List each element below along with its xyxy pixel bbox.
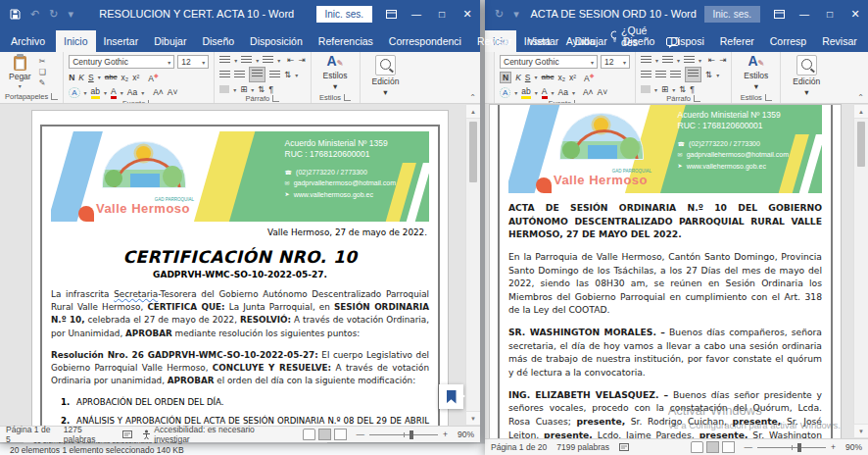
font-size-select[interactable]: 12▾ xyxy=(177,55,209,69)
redo-icon[interactable]: ↻ xyxy=(49,8,58,21)
scroll-down-icon[interactable]: ▼ xyxy=(465,411,480,426)
page-indicator[interactable]: Página 1 de 20 xyxy=(491,442,547,452)
sign-in-button[interactable]: Inic. ses. xyxy=(316,6,372,23)
underline-button[interactable]: S xyxy=(525,73,531,82)
chevron-down-icon[interactable]: ▾ xyxy=(514,89,517,96)
superscript-button[interactable]: x² xyxy=(569,73,576,82)
bullets-icon[interactable] xyxy=(219,56,230,64)
cert-paragraph[interactable]: La infrascrita Secretaria-Tesorera del G… xyxy=(51,288,429,340)
chevron-down-icon[interactable]: ▾ xyxy=(104,89,107,96)
chevron-down-icon[interactable]: ▾ xyxy=(572,89,575,96)
shading-icon[interactable] xyxy=(641,85,651,93)
highlight-button[interactable]: ab xyxy=(91,86,100,99)
qat-customize-icon[interactable]: ▾ xyxy=(68,8,73,21)
accessibility-status[interactable]: Accesibilidad: es necesario investigar xyxy=(142,425,283,444)
editing-group[interactable]: Edición ▾ xyxy=(361,52,411,103)
chevron-down-icon[interactable]: ▾ xyxy=(84,89,87,96)
font-color-button[interactable]: A xyxy=(542,86,548,99)
align-center-icon[interactable] xyxy=(655,71,666,78)
certification-title[interactable]: CERTIFICACIÓN NRO. 10 xyxy=(51,247,429,267)
chevron-down-icon[interactable]: ▾ xyxy=(141,89,144,96)
zoom-handle[interactable] xyxy=(410,430,413,439)
read-mode-icon[interactable] xyxy=(691,441,703,453)
superscript-button[interactable]: x² xyxy=(132,73,139,82)
sign-in-button[interactable]: Inic. ses. xyxy=(704,6,760,23)
styles-group-label[interactable]: Estilos xyxy=(316,91,355,103)
certification-code[interactable]: GADPRVH-WMC-SO-10-2022-05-27. xyxy=(51,270,429,279)
word-window-acta[interactable]: ↻ ▾ ACTA DE SESION ORD 10 - Word Inic. s… xyxy=(485,0,868,455)
pilcrow-icon[interactable]: ¶ xyxy=(268,84,273,94)
dialog-launcher-icon[interactable] xyxy=(344,94,351,101)
line-spacing-icon[interactable]: ⇅ xyxy=(705,70,712,79)
redo-icon[interactable]: ↻ xyxy=(495,8,504,21)
tab-revisar[interactable]: Revisar xyxy=(469,30,520,52)
paste-button[interactable]: Pegar ▾ xyxy=(5,55,35,90)
chevron-down-icon[interactable]: ▾ xyxy=(98,74,101,80)
align-right-icon[interactable] xyxy=(249,67,265,82)
justify-icon[interactable] xyxy=(685,67,701,82)
pilcrow-icon[interactable]: ¶ xyxy=(690,84,695,94)
increase-indent-icon[interactable]: ⇥ xyxy=(719,55,726,65)
scroll-down-icon[interactable]: ▼ xyxy=(853,424,868,438)
comments-icon[interactable] xyxy=(658,37,687,52)
underline-button[interactable]: S xyxy=(88,73,94,82)
font-name-select[interactable]: Century Gothic▾ xyxy=(500,55,598,69)
print-layout-icon[interactable] xyxy=(706,441,719,453)
zoom-slider[interactable]: — + xyxy=(357,430,448,439)
dialog-launcher-icon[interactable] xyxy=(694,95,700,102)
italic-button[interactable]: K xyxy=(515,73,521,82)
dialog-launcher-icon[interactable] xyxy=(765,94,772,101)
font-name-select[interactable]: Century Gothic▾ xyxy=(69,55,174,69)
increase-indent-icon[interactable]: ⇥ xyxy=(298,55,305,65)
clear-formatting-button[interactable]: A xyxy=(584,72,594,83)
clipboard-group[interactable]: Pegar ▾ ✂ ❏ ✎ Portapapeles xyxy=(0,52,64,103)
collapse-ribbon-icon[interactable]: ⌃ xyxy=(469,93,476,102)
acta-paragraph[interactable]: ING. ELIZABETH VELASQUEZ. – Buenos días … xyxy=(508,388,822,438)
bold-button[interactable]: N xyxy=(500,72,511,83)
zoom-out-icon[interactable]: — xyxy=(745,442,753,452)
tab-correspondencia[interactable]: Corresp xyxy=(762,30,814,52)
styles-group[interactable]: A✎ Estilos ▾ Estilos xyxy=(312,52,361,103)
dialog-launcher-icon[interactable] xyxy=(51,93,58,100)
zoom-handle[interactable] xyxy=(797,443,801,452)
paragraph-group[interactable]: ▾ ▾ ▾ ⇤ ⇥ ⇅▾ ▾ ⊞▾ ⇅ ¶ xyxy=(636,52,732,103)
list-item[interactable]: 2.ANÁLISIS Y APROBACIÓN DEL ACTA DE SESI… xyxy=(55,415,429,426)
tab-diseno[interactable]: Diseño xyxy=(194,30,242,52)
chevron-down-icon[interactable]: ▾ xyxy=(534,74,537,80)
strikethrough-button[interactable]: abc xyxy=(542,73,555,81)
title-bar[interactable]: ↻ ▾ ACTA DE SESION ORD 10 - Word Inic. s… xyxy=(485,0,868,27)
chevron-down-icon[interactable]: ▾ xyxy=(552,89,555,96)
maximize-button[interactable]: □ xyxy=(429,0,455,27)
view-switcher[interactable] xyxy=(691,441,735,453)
document-area[interactable]: Valle HermosoGAD PARROQUIAL Acuerdo Mini… xyxy=(0,104,480,426)
styles-group-label[interactable]: Estilos xyxy=(737,91,775,103)
decrease-indent-icon[interactable]: ⇤ xyxy=(708,55,715,65)
clipboard-group-label[interactable]: Portapapeles xyxy=(5,90,58,103)
editing-group[interactable]: Edición ▾ xyxy=(781,52,832,103)
save-icon[interactable] xyxy=(10,9,21,20)
borders-icon[interactable]: ⊞ xyxy=(240,84,247,94)
collapse-ribbon-icon[interactable]: ⌃ xyxy=(857,93,864,102)
ribbon-options-icon[interactable] xyxy=(766,0,792,27)
editing-button[interactable]: Edición ▾ xyxy=(365,55,407,97)
justify-icon[interactable] xyxy=(269,71,280,78)
proofing-icon[interactable] xyxy=(619,442,629,452)
document-page[interactable]: Valle HermosoGAD PARROQUIAL Acuerdo Mini… xyxy=(31,110,449,426)
minimize-button[interactable]: — xyxy=(792,0,817,27)
cut-icon[interactable]: ✂ xyxy=(39,57,46,66)
cert-paragraph[interactable]: Resolución Nro. 26 GADPRVH-WMC-SO-10-202… xyxy=(51,349,429,388)
tab-insertar[interactable]: Insertar xyxy=(96,30,147,52)
sort-icon[interactable]: ⇅ xyxy=(258,84,265,94)
sort-icon[interactable]: ⇅ xyxy=(679,84,686,94)
align-left-icon[interactable] xyxy=(641,71,651,78)
clear-formatting-button[interactable]: A xyxy=(148,72,158,83)
font-size-select[interactable]: 12▾ xyxy=(601,55,630,69)
shading-icon[interactable] xyxy=(219,85,229,93)
numbering-icon[interactable] xyxy=(662,56,673,64)
line-spacing-icon[interactable]: ⇅ xyxy=(284,70,291,79)
editing-button[interactable]: Edición ▾ xyxy=(786,55,827,97)
close-button[interactable]: ✕ xyxy=(455,0,480,27)
document-page[interactable]: Valle HermosoGAD PARROQUIAL Acuerdo Mini… xyxy=(489,104,842,438)
format-painter-icon[interactable]: ✎ xyxy=(39,78,46,87)
undo-icon[interactable]: ↶ xyxy=(30,8,39,21)
